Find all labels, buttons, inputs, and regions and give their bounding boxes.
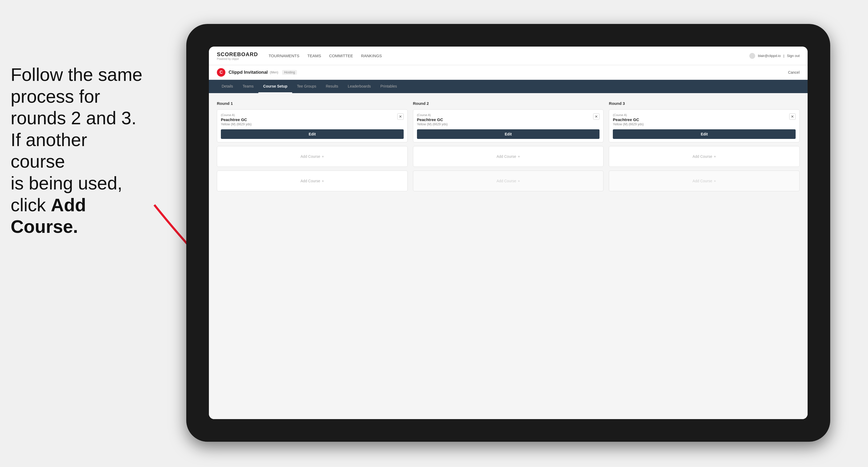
round-2-column: Round 2 (Course A) Peachtree GC Yellow (… (413, 101, 604, 411)
tablet-device: SCOREBOARD Powered by clippd TOURNAMENTS… (186, 24, 830, 442)
round-3-label: Round 3 (609, 101, 800, 106)
round-3-course-label: (Course A) (613, 113, 789, 117)
user-email: blair@clippd.io (758, 54, 780, 58)
round-3-add-course-1-label: Add Course (693, 154, 712, 159)
round-1-course-details: Yellow (M) (6629 yds) (221, 122, 397, 126)
round-1-course-name: Peachtree GC (221, 117, 397, 122)
round-1-add-course-2[interactable]: Add Course + (217, 170, 408, 191)
nav-rankings[interactable]: RANKINGS (361, 52, 382, 59)
round-3-column: Round 3 (Course A) Peachtree GC Yellow (… (609, 101, 800, 411)
round-3-add-course-2-label: Add Course (693, 179, 712, 183)
round-3-add-course-2: Add Course + (609, 170, 800, 191)
cancel-button[interactable]: Cancel (788, 70, 800, 74)
round-3-add-course-2-plus: + (714, 179, 716, 183)
tab-bar: Details Teams Course Setup Tee Groups Re… (209, 80, 808, 93)
round-2-add-course-2: Add Course + (413, 170, 604, 191)
nav-divider: | (783, 54, 784, 58)
round-1-label: Round 1 (217, 101, 408, 106)
round-1-edit-button[interactable]: Edit (221, 129, 404, 139)
round-3-course-card: (Course A) Peachtree GC Yellow (M) (6629… (609, 110, 800, 143)
round-2-course-label: (Course A) (417, 113, 593, 117)
tournament-gender: (Men) (270, 70, 278, 74)
round-3-add-course-1[interactable]: Add Course + (609, 146, 800, 167)
round-1-add-course-2-plus: + (322, 179, 324, 183)
main-content: Round 1 (Course A) Peachtree GC Yellow (… (209, 93, 808, 419)
nav-right: blair@clippd.io | Sign out (749, 53, 800, 59)
round-3-course-details: Yellow (M) (6629 yds) (613, 122, 789, 126)
tablet-screen: SCOREBOARD Powered by clippd TOURNAMENTS… (209, 46, 808, 419)
round-2-label: Round 2 (413, 101, 604, 106)
round-1-add-course-2-label: Add Course (301, 179, 320, 183)
tournament-status: Hosting (282, 70, 297, 75)
user-avatar (749, 53, 755, 59)
round-2-course-card: (Course A) Peachtree GC Yellow (M) (6629… (413, 110, 604, 143)
tab-teams[interactable]: Teams (238, 80, 258, 93)
tab-printables[interactable]: Printables (376, 80, 402, 93)
round-1-course-label: (Course A) (221, 113, 397, 117)
tab-course-setup[interactable]: Course Setup (258, 80, 292, 93)
nav-committee[interactable]: COMMITTEE (329, 52, 353, 59)
round-2-add-course-1[interactable]: Add Course + (413, 146, 604, 167)
round-3-add-course-1-plus: + (714, 154, 716, 159)
round-2-course-name: Peachtree GC (417, 117, 593, 122)
round-3-edit-button[interactable]: Edit (613, 129, 796, 139)
round-1-add-course-1[interactable]: Add Course + (217, 146, 408, 167)
sign-out-link[interactable]: Sign out (787, 54, 800, 58)
round-2-edit-button[interactable]: Edit (417, 129, 600, 139)
tournament-icon: C (217, 68, 225, 76)
round-2-add-course-1-label: Add Course (497, 154, 516, 159)
tab-leaderboards[interactable]: Leaderboards (343, 80, 375, 93)
round-2-course-details: Yellow (M) (6629 yds) (417, 122, 593, 126)
round-3-course-remove[interactable]: ✕ (789, 113, 796, 120)
tab-results[interactable]: Results (321, 80, 343, 93)
round-1-course-card: (Course A) Peachtree GC Yellow (M) (6629… (217, 110, 408, 143)
round-2-course-remove[interactable]: ✕ (593, 113, 599, 120)
logo-sub: Powered by clippd (217, 58, 258, 60)
top-nav: SCOREBOARD Powered by clippd TOURNAMENTS… (209, 46, 808, 65)
nav-links: TOURNAMENTS TEAMS COMMITTEE RANKINGS (269, 52, 749, 59)
tab-details[interactable]: Details (217, 80, 238, 93)
nav-tournaments[interactable]: TOURNAMENTS (269, 52, 299, 59)
sub-header: C Clippd Invitational (Men) Hosting Canc… (209, 65, 808, 80)
nav-teams[interactable]: TEAMS (307, 52, 321, 59)
round-1-course-remove[interactable]: ✕ (397, 113, 404, 120)
tournament-name: Clippd Invitational (228, 70, 268, 75)
round-1-add-course-1-label: Add Course (301, 154, 320, 159)
round-2-add-course-2-label: Add Course (497, 179, 516, 183)
round-2-add-course-2-plus: + (518, 179, 520, 183)
round-2-add-course-1-plus: + (518, 154, 520, 159)
scoreboard-logo: SCOREBOARD Powered by clippd (217, 51, 258, 60)
round-1-add-course-1-plus: + (322, 154, 324, 159)
round-3-course-name: Peachtree GC (613, 117, 789, 122)
instruction-text: Follow the same process for rounds 2 and… (0, 53, 154, 248)
tab-tee-groups[interactable]: Tee Groups (292, 80, 321, 93)
logo-main: SCOREBOARD (217, 51, 258, 58)
round-1-column: Round 1 (Course A) Peachtree GC Yellow (… (217, 101, 408, 411)
